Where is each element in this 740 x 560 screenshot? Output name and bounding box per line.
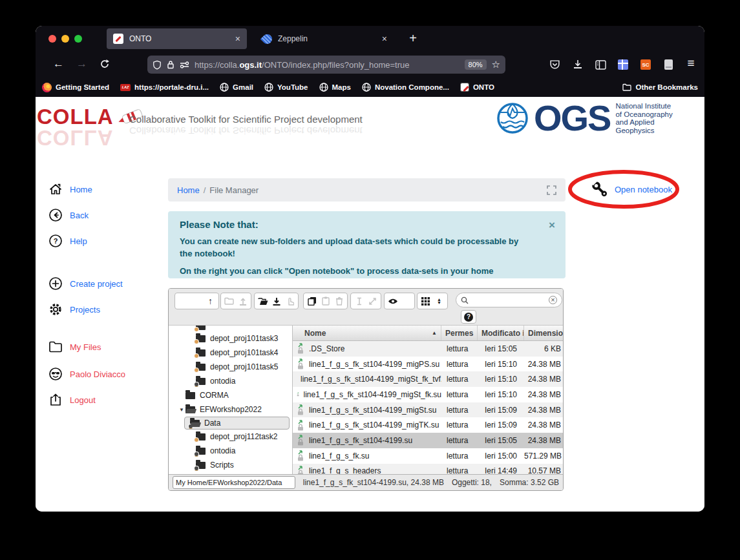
tab-onto[interactable]: ONTO × [107,28,247,49]
bookmark-star-icon[interactable]: ☆ [492,59,500,70]
column-header-modified[interactable]: Modificato il [478,326,524,340]
fm-sort-button[interactable]: ▲▼ [432,295,446,308]
ogs-globe-icon [496,102,529,134]
locked-file-icon [297,404,305,415]
fm-help-button[interactable]: ? [461,310,476,324]
sidebar-item-projects[interactable]: Projects [48,302,100,316]
tab-zeppelin[interactable]: Zeppelin × [256,28,394,49]
breadcrumb-separator: / [204,185,206,195]
fm-up-button[interactable]: ↑ [204,295,217,308]
file-row-selected[interactable]: line1_f_g_s_fk_st104-4199.su letturaIeri… [293,433,563,448]
fullscreen-icon[interactable] [547,185,556,195]
tree-item[interactable]: depot_proj112task2 [169,430,292,444]
breadcrumb-home-link[interactable]: Home [177,185,200,195]
permissions-icon[interactable] [180,61,189,68]
window-controls[interactable] [48,35,82,43]
tree-item[interactable]: Scripts [169,458,292,472]
tree-item[interactable]: depot_proj101task3 [169,331,292,346]
fm-rename-button[interactable] [352,295,366,308]
downloads-icon[interactable] [571,58,584,71]
folder-icon [196,433,206,441]
reload-button[interactable] [100,59,110,69]
column-header-name[interactable]: Nome▲ [293,326,441,340]
file-manager-toolbar: ◀ ▶ ↑ [169,289,563,326]
column-header-size[interactable]: Dimensio [524,326,563,340]
tab-close-icon[interactable]: × [235,34,240,44]
fm-upload-button[interactable] [236,295,249,308]
sidebar-item-my-files[interactable]: My Files [48,340,101,353]
fm-forward-button[interactable]: ▶ [190,295,204,308]
bookmark-gmail[interactable]: Gmail [220,83,253,92]
fm-preview-button[interactable] [386,295,399,308]
minimize-window-button[interactable] [61,35,69,43]
sc-extension-icon[interactable]: SC [639,58,652,71]
bookmark-getting-started[interactable]: Getting Started [42,83,109,92]
page-extension-icon[interactable] [662,58,675,71]
bookmark-maps[interactable]: Maps [319,83,351,92]
fm-file-list: Nome▲ Permes Modificato il Dimensio .DS_… [293,326,563,474]
sidebar-toggle-icon[interactable] [594,58,607,71]
tree-item-partial[interactable] [169,326,292,331]
fm-new-folder-button[interactable] [222,295,236,308]
fm-search-box[interactable]: × [456,293,562,307]
sidebar-item-home[interactable]: Home [48,182,92,196]
url-text[interactable]: https://colla.ogs.it/ONTO/index.php/file… [195,60,460,70]
tree-expander-icon[interactable]: ▼ [179,407,184,413]
back-button[interactable]: ← [53,57,64,70]
sidebar-item-create-project[interactable]: Create project [48,276,123,291]
file-row[interactable]: line1_f_g_s_fk_st104-4199_migSt_fk.su le… [293,387,563,402]
column-header-permissions[interactable]: Permes [441,326,478,340]
file-row[interactable]: line1_f_g_s_headers letturaIeri 14:4910.… [293,464,563,475]
tree-item[interactable]: CORMA [169,388,292,402]
tree-item[interactable]: ontodia [169,444,292,458]
file-row[interactable]: line1_f_g_s_fk_st104-4199_migTK.su lettu… [293,417,563,433]
sidebar-item-back[interactable]: Back [48,208,89,222]
tree-item[interactable]: ontodia [169,374,292,388]
file-row[interactable]: .DS_Store letturaIeri 15:056 KB [293,341,563,357]
sidebar-item-help[interactable]: ? Help [48,234,87,248]
fm-path-box[interactable]: My Home/EFWorkshop2022/Data [173,476,295,489]
url-bar[interactable]: https://colla.ogs.it/ONTO/index.php/file… [147,56,505,74]
fm-resize-button[interactable] [366,295,379,308]
tree-item-expanded[interactable]: ▼EFWorkshop2022 [169,402,292,417]
bookmark-youtube[interactable]: YouTube [264,83,308,92]
fm-select-button[interactable] [283,295,297,308]
zoom-level-badge[interactable]: 80% [465,59,487,70]
tree-item[interactable]: depot_proj101task5 [169,360,292,374]
fm-view-grid-button[interactable] [419,295,432,308]
fm-open-button[interactable] [256,295,270,308]
file-row[interactable]: line1_f_g_s_fk_st104-4199_migSt_fk_tvf.s… [293,371,563,387]
file-row[interactable]: line1_f_g_s_fk_st104-4199_migSt.su lettu… [293,402,563,418]
grid-extension-icon[interactable] [617,58,629,71]
fm-copy-button[interactable] [305,295,319,308]
fm-delete-button[interactable] [332,295,346,308]
fm-search-clear-icon[interactable]: × [549,296,557,304]
fm-paste-button[interactable] [319,295,332,308]
sidebar-item-user[interactable]: Paolo Diviacco [48,367,125,381]
tab-close-icon[interactable]: × [382,34,387,44]
fm-download-button[interactable] [270,295,283,308]
bookmark-onto[interactable]: ONTO [460,83,494,92]
maximize-window-button[interactable] [74,35,82,43]
sidebar-item-logout[interactable]: Logout [48,393,96,407]
tree-item[interactable]: depot_proj101task4 [169,346,292,360]
bookmark-novation[interactable]: Novation Compone... [362,83,449,92]
lock-icon[interactable] [167,60,174,69]
close-window-button[interactable] [48,35,56,43]
tree-item-selected[interactable]: Data [184,417,290,430]
other-bookmarks[interactable]: Other Bookmarks [622,83,698,91]
pocket-icon[interactable] [548,58,561,71]
new-tab-button[interactable]: + [405,31,421,46]
notice-box: Please Note that: You can create new sub… [168,211,566,278]
bookmark-portale-dru[interactable]: LAZhttps://portale-dru.i... [120,83,209,91]
menu-icon[interactable]: ≡ [684,57,697,70]
fm-back-button[interactable]: ◀ [176,295,190,308]
file-row[interactable]: line1_f_g_s_fk_st104-4199_migPS.su lettu… [293,357,563,372]
notice-close-icon[interactable]: × [549,219,555,232]
fm-search-input[interactable] [472,296,545,305]
file-row[interactable]: line1_f_g_s_fk.su letturaIeri 15:00571.2… [293,448,563,464]
fm-info-button[interactable]: i [399,295,413,308]
locked-file-icon [297,358,305,369]
forward-button[interactable]: → [76,57,87,70]
shield-icon[interactable] [153,60,162,70]
